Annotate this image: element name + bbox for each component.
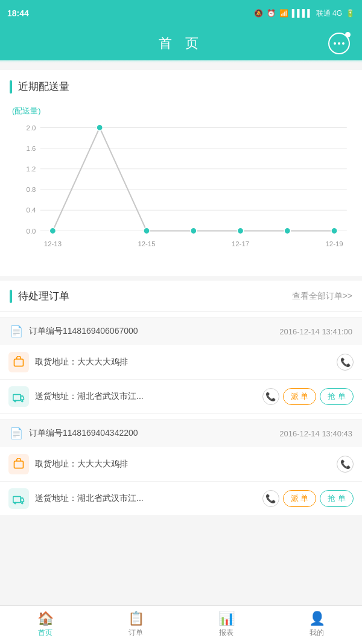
- svg-text:2.0: 2.0: [27, 124, 36, 132]
- order-2-delivery-text: 送货地址：湖北省武汉市江...: [35, 493, 256, 504]
- order-1-delivery-actions[interactable]: 📞 派 单 抢 单: [262, 388, 354, 405]
- svg-text:12-17: 12-17: [232, 240, 249, 247]
- assign-btn-1[interactable]: 派 单: [283, 388, 317, 405]
- svg-text:12-19: 12-19: [325, 240, 343, 247]
- status-time: 18:44: [7, 8, 29, 18]
- signal-icon: ▌▌▌▌: [292, 9, 313, 18]
- delivery-icon-2: [8, 488, 29, 509]
- mute-icon: 🔕: [254, 9, 263, 18]
- page-title: 首 页: [159, 34, 203, 53]
- order-doc-icon-2: 📄: [10, 427, 23, 440]
- order-2-delivery-actions[interactable]: 📞 派 单 抢 单: [262, 490, 354, 507]
- order-2-pickup-text: 取货地址：大大大大鸡排: [35, 459, 331, 470]
- phone-icon-2a[interactable]: 📞: [337, 456, 354, 473]
- pending-left: 待处理订单: [10, 289, 69, 303]
- alarm-icon: ⏰: [267, 9, 276, 18]
- nav-profile[interactable]: 👤 我的: [272, 606, 362, 644]
- app-header: 首 页: [0, 27, 362, 60]
- order-2-pickup-actions: 📞: [337, 456, 354, 473]
- wifi-icon: 📶: [279, 9, 288, 18]
- order-1-pickup-row: 取货地址：大大大大鸡排 📞: [0, 345, 362, 380]
- svg-text:0.0: 0.0: [27, 228, 36, 235]
- delivery-chart: 2.0 1.6 1.2 0.8 0.4 0.0: [12, 121, 350, 259]
- svg-text:12-15: 12-15: [138, 240, 155, 247]
- svg-point-16: [237, 228, 243, 234]
- svg-rect-28: [13, 497, 21, 503]
- svg-text:0.4: 0.4: [27, 206, 36, 214]
- pending-header: 待处理订单 查看全部订单>>: [0, 281, 362, 312]
- nav-reports-label: 报表: [219, 628, 233, 638]
- phone-icon-1a[interactable]: 📞: [337, 354, 354, 371]
- chart-section-title: 近期配送量: [18, 80, 69, 94]
- chat-dots: [334, 42, 345, 45]
- order-2-id: 订单编号1148169404342200: [29, 428, 273, 439]
- nav-home-label: 首页: [38, 628, 52, 638]
- order-2-time: 2016-12-14 13:40:43: [279, 429, 352, 438]
- order-2-header: 📄 订单编号1148169404342200 2016-12-14 13:40:…: [0, 419, 362, 447]
- order-1-delivery-row: 送货地址：湖北省武汉市江... 📞 派 单 抢 单: [0, 380, 362, 414]
- home-icon: 🏠: [37, 612, 54, 625]
- svg-point-12: [49, 228, 56, 234]
- order-2-pickup-row: 取货地址：大大大大鸡排 📞: [0, 447, 362, 482]
- chat-icon: [328, 33, 350, 54]
- pending-title: 待处理订单: [18, 289, 69, 303]
- delivery-icon-1: [8, 386, 29, 407]
- svg-point-18: [331, 228, 337, 234]
- reports-icon: 📊: [218, 612, 235, 625]
- order-card-2: 📄 订单编号1148169404342200 2016-12-14 13:40:…: [0, 419, 362, 516]
- svg-text:0.8: 0.8: [27, 186, 36, 193]
- status-bar: 18:44 🔕 ⏰ 📶 ▌▌▌▌ 联通 4G 🔋: [0, 0, 362, 27]
- status-icons: 🔕 ⏰ 📶 ▌▌▌▌ 联通 4G 🔋: [254, 8, 355, 19]
- view-all-link[interactable]: 查看全部订单>>: [292, 291, 352, 302]
- svg-point-17: [284, 228, 290, 234]
- orders-icon: 📋: [128, 612, 144, 625]
- svg-text:1.2: 1.2: [27, 165, 36, 173]
- svg-text:1.6: 1.6: [27, 145, 36, 152]
- order-1-pickup-text: 取货地址：大大大大鸡排: [35, 357, 331, 368]
- svg-point-14: [144, 228, 150, 234]
- grab-btn-1[interactable]: 抢 单: [320, 388, 354, 405]
- chart-section-header: 近期配送量: [10, 80, 352, 94]
- order-doc-icon-1: 📄: [10, 325, 23, 338]
- pending-orders-section: 待处理订单 查看全部订单>> 📄 订单编号1148169406067000 20…: [0, 281, 362, 516]
- main-content: 近期配送量 (配送量) 2.0 1.6 1.2 0.8 0.4 0.0: [0, 70, 362, 555]
- pickup-icon-1: [8, 352, 29, 372]
- dot3: [342, 42, 345, 45]
- svg-rect-24: [13, 395, 21, 401]
- grab-btn-2[interactable]: 抢 单: [320, 490, 354, 507]
- nav-reports[interactable]: 📊 报表: [181, 606, 272, 644]
- svg-rect-27: [14, 461, 24, 468]
- chart-y-label: (配送量): [12, 106, 350, 116]
- carrier-label: 联通 4G: [316, 8, 342, 19]
- svg-rect-23: [14, 359, 24, 366]
- svg-point-15: [191, 228, 197, 234]
- chart-section: 近期配送量 (配送量) 2.0 1.6 1.2 0.8 0.4 0.0: [0, 70, 362, 276]
- assign-btn-2[interactable]: 派 单: [283, 490, 317, 507]
- phone-icon-1b[interactable]: 📞: [262, 388, 279, 405]
- order-card-1: 📄 订单编号1148169406067000 2016-12-14 13:41:…: [0, 317, 362, 414]
- order-1-pickup-actions: 📞: [337, 354, 354, 371]
- header-divider: [0, 60, 362, 63]
- battery-icon: 🔋: [346, 9, 355, 18]
- pickup-icon-2: [8, 454, 29, 474]
- dot1: [334, 42, 336, 45]
- svg-point-26: [22, 400, 24, 402]
- svg-point-13: [97, 124, 103, 130]
- svg-point-30: [22, 502, 24, 504]
- nav-orders-label: 订单: [129, 628, 143, 638]
- order-1-delivery-text: 送货地址：湖北省武汉市江...: [35, 391, 256, 402]
- nav-home[interactable]: 🏠 首页: [0, 606, 91, 644]
- section-bar-indicator: [10, 80, 12, 94]
- order-2-delivery-row: 送货地址：湖北省武汉市江... 📞 派 单 抢 单: [0, 482, 362, 516]
- nav-profile-label: 我的: [310, 628, 324, 638]
- bottom-nav: 🏠 首页 📋 订单 📊 报表 👤 我的: [0, 605, 362, 644]
- chat-button[interactable]: [326, 30, 352, 57]
- nav-orders[interactable]: 📋 订单: [91, 606, 181, 644]
- order-1-time: 2016-12-14 13:41:00: [279, 327, 352, 336]
- chart-container: (配送量) 2.0 1.6 1.2 0.8 0.4 0.0: [10, 101, 352, 266]
- pending-bar-indicator: [10, 290, 12, 303]
- order-1-id: 订单编号1148169406067000: [29, 326, 273, 337]
- phone-icon-2b[interactable]: 📞: [262, 490, 279, 507]
- dot2: [338, 42, 340, 45]
- svg-text:12-13: 12-13: [44, 240, 62, 247]
